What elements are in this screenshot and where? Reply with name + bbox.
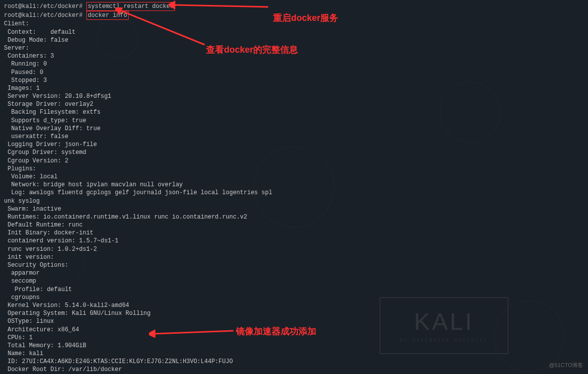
- annotation-mirror: 镜像加速器成功添加: [236, 325, 316, 337]
- annotation-info: 查看docker的完整信息: [206, 44, 298, 56]
- arrow-info-icon: [115, 7, 210, 47]
- out-dtype: Supports d_type: true: [4, 117, 584, 125]
- out-name: Name: kali: [4, 350, 584, 358]
- out-memory: Total Memory: 1.904GiB: [4, 342, 584, 350]
- annotation-restart: 重启docker服务: [273, 12, 338, 24]
- out-network: Network: bridge host ipvlan macvlan null…: [4, 181, 584, 189]
- out-backing: Backing Filesystem: extfs: [4, 108, 584, 116]
- svg-line-1: [174, 5, 268, 7]
- out-stopped: Stopped: 3: [4, 76, 584, 84]
- out-cgroupv: Cgroup Version: 2: [4, 157, 584, 165]
- out-storage: Storage Driver: overlay2: [4, 100, 584, 108]
- out-cgroupd: Cgroup Driver: systemd: [4, 149, 584, 156]
- out-rootdir: Docker Root Dir: /var/lib/docker: [4, 366, 584, 374]
- out-cgroupns: cgroupns: [4, 294, 584, 301]
- arrow-mirror-icon: [149, 328, 238, 338]
- out-initv: init version:: [4, 253, 584, 261]
- out-apparmor: apparmor: [4, 269, 584, 277]
- out-os: Operating System: Kali GNU/Linux Rolling: [4, 309, 584, 317]
- out-initbin: Init Binary: docker-init: [4, 229, 584, 237]
- out-paused: Paused: 0: [4, 69, 584, 76]
- out-plugins: Plugins:: [4, 165, 584, 173]
- prompt-line-1: root@kali:/etc/docker# systemctl restart…: [4, 2, 584, 11]
- out-log2: unk syslog: [4, 197, 584, 205]
- prompt-prefix: root@kali:/etc/docker#: [4, 12, 86, 19]
- out-logging: Logging Driver: json-file: [4, 141, 584, 149]
- svg-line-5: [154, 331, 233, 334]
- out-version: Server Version: 20.10.8+dfsg1: [4, 92, 584, 100]
- out-runtimes: Runtimes: io.containerd.runtime.v1.linux…: [4, 213, 584, 221]
- svg-line-3: [120, 10, 205, 45]
- cto-watermark: @51CTO博客: [549, 362, 583, 369]
- terminal-output: root@kali:/etc/docker# systemctl restart…: [0, 0, 588, 374]
- out-images: Images: 1: [4, 84, 584, 92]
- out-id: ID: 27UI:CA4X:A6KD:E24G:KTAS:CCIE:KLGY:E…: [4, 358, 584, 366]
- out-context: Context: default: [4, 28, 584, 36]
- out-volume: Volume: local: [4, 173, 584, 181]
- out-profile: Profile: default: [4, 286, 584, 294]
- out-ostype: OSType: linux: [4, 317, 584, 325]
- out-debug: Debug Mode: false: [4, 36, 584, 44]
- out-seccomp: seccomp: [4, 277, 584, 285]
- out-kernel: Kernel Version: 5.14.0-kali2-amd64: [4, 301, 584, 309]
- prompt-prefix: root@kali:/etc/docker#: [4, 3, 86, 10]
- out-containerdv: containerd version: 1.5.7~ds1-1: [4, 237, 584, 245]
- out-native: Native Overlay Diff: true: [4, 125, 584, 133]
- out-secopts: Security Options:: [4, 261, 584, 269]
- out-running: Running: 0: [4, 60, 584, 68]
- out-runcv: runc version: 1.0.2+ds1-2: [4, 245, 584, 253]
- out-userxattr: userxattr: false: [4, 133, 584, 141]
- out-defaultrt: Default Runtime: runc: [4, 221, 584, 229]
- out-swarm: Swarm: inactive: [4, 205, 584, 213]
- out-log: Log: awslogs fluentd gcplogs gelf journa…: [4, 189, 584, 197]
